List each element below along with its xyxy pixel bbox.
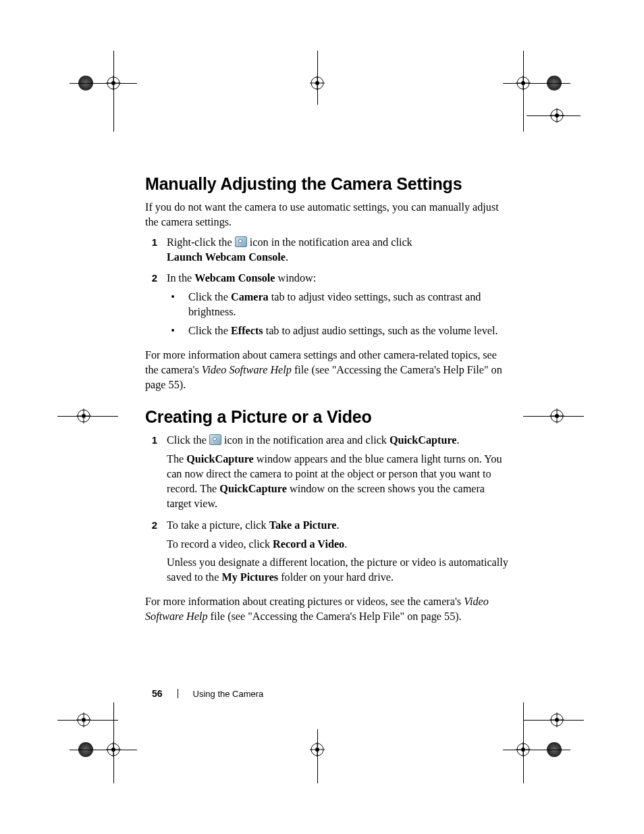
- step-text: icon in the notification area and click: [250, 236, 412, 249]
- step-item: 1 Right-click the icon in the notificati…: [145, 236, 510, 269]
- step-text: To record a video, click: [167, 538, 273, 550]
- step-text: window:: [275, 272, 317, 284]
- step-number: 1: [145, 236, 157, 269]
- bullet-text: Click the: [188, 291, 231, 303]
- bullet-icon: •: [167, 324, 179, 339]
- intro-paragraph: If you do not want the camera to use aut…: [145, 201, 510, 230]
- crop-line: [523, 720, 584, 721]
- registration-mark-icon: [549, 108, 564, 123]
- ui-label: QuickCapture: [219, 483, 287, 495]
- registration-mark-icon: [310, 76, 325, 90]
- punct: .: [457, 434, 460, 446]
- registration-mark-icon: [106, 742, 121, 757]
- ui-label: QuickCapture: [390, 434, 457, 446]
- crop-line: [317, 51, 318, 105]
- page-footer: 56 Using the Camera: [152, 688, 263, 699]
- bullet-list: • Click the Camera tab to adjust video s…: [167, 290, 510, 339]
- crop-line: [523, 51, 524, 132]
- step-text: In the: [167, 272, 194, 284]
- crop-line: [57, 720, 118, 721]
- text: file (see "Accessing the Camera's Help F…: [207, 610, 461, 623]
- crop-line: [503, 750, 570, 750]
- webcam-tray-icon: [235, 236, 247, 247]
- text: For more information about creating pict…: [145, 596, 464, 608]
- crop-line: [503, 83, 570, 84]
- ui-label: Launch Webcam Console: [167, 251, 286, 263]
- ui-label: Camera: [231, 291, 269, 303]
- crop-line: [57, 416, 118, 417]
- crop-line: [523, 416, 584, 417]
- registration-mark-icon: [76, 409, 91, 423]
- punct: .: [337, 519, 340, 531]
- registration-mark-icon: [310, 742, 325, 757]
- bullet-item: • Click the Camera tab to adjust video s…: [167, 290, 510, 320]
- crop-line: [113, 51, 114, 132]
- bullet-item: • Click the Effects tab to adjust audio …: [167, 324, 510, 339]
- registration-mark-icon: [106, 76, 121, 90]
- punct: .: [344, 538, 347, 550]
- step-number: 2: [145, 271, 157, 342]
- crop-dot-icon: [78, 76, 93, 90]
- step-text: The: [167, 453, 186, 465]
- heading-create-picture-video: Creating a Picture or a Video: [145, 407, 510, 427]
- crop-dot-icon: [547, 742, 562, 757]
- ui-label: Take a Picture: [269, 519, 337, 531]
- crop-dot-icon: [547, 76, 562, 90]
- registration-mark-icon: [76, 712, 91, 727]
- crop-line: [523, 702, 524, 783]
- crop-line: [70, 83, 137, 84]
- ui-label: QuickCapture: [186, 453, 254, 465]
- ui-label: Effects: [231, 325, 263, 337]
- punct: .: [286, 251, 288, 263]
- ui-label: Record a Video: [273, 538, 344, 550]
- crop-line: [527, 115, 581, 116]
- ui-label: Webcam Console: [194, 272, 275, 284]
- footer-divider-icon: [178, 689, 178, 698]
- section-title: Using the Camera: [193, 689, 264, 699]
- registration-mark-icon: [516, 76, 531, 90]
- page-content: Manually Adjusting the Camera Settings I…: [145, 174, 510, 630]
- bullet-icon: •: [167, 290, 179, 320]
- crop-line: [113, 702, 114, 783]
- webcam-tray-icon: [209, 434, 221, 445]
- step-item: 2 To take a picture, click Take a Pictur…: [145, 519, 510, 590]
- steps-list: 1 Click the icon in the notification are…: [145, 434, 510, 590]
- doc-title: Video Software Help: [202, 364, 292, 376]
- more-info-paragraph: For more information about creating pict…: [145, 595, 510, 625]
- step-text: Click the: [167, 434, 209, 446]
- registration-mark-icon: [516, 742, 531, 757]
- step-text: To take a picture, click: [167, 519, 269, 531]
- step-text: icon in the notification area and click: [224, 434, 390, 446]
- step-item: 1 Click the icon in the notification are…: [145, 434, 510, 515]
- page-number: 56: [152, 688, 163, 699]
- registration-mark-icon: [549, 409, 564, 423]
- crop-line: [70, 750, 137, 750]
- step-text: folder on your hard drive.: [278, 571, 394, 583]
- registration-mark-icon: [549, 712, 564, 727]
- crop-dot-icon: [78, 742, 93, 757]
- crop-line: [317, 729, 318, 783]
- step-number: 2: [145, 519, 157, 590]
- step-item: 2 In the Webcam Console window: • Click …: [145, 271, 510, 342]
- ui-label: My Pictures: [221, 571, 278, 583]
- step-text: Right-click the: [167, 236, 235, 249]
- bullet-text: tab to adjust audio settings, such as th…: [263, 325, 498, 337]
- step-number: 1: [145, 434, 157, 515]
- more-info-paragraph: For more information about camera settin…: [145, 348, 510, 393]
- steps-list: 1 Right-click the icon in the notificati…: [145, 236, 510, 343]
- bullet-text: Click the: [188, 325, 231, 337]
- heading-manual-adjust: Manually Adjusting the Camera Settings: [145, 174, 510, 194]
